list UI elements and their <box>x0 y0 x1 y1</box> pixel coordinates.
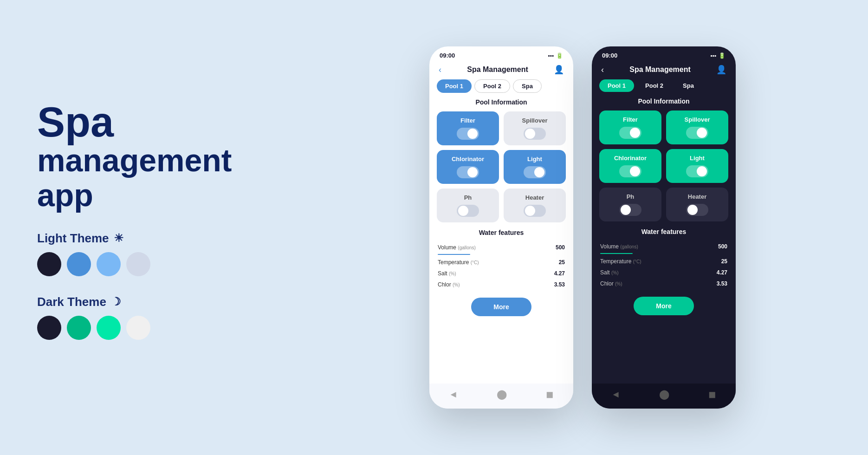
toggle-knob-heater-light <box>525 206 535 216</box>
sun-icon: ☀ <box>114 232 124 245</box>
moon-icon: ☽ <box>111 295 121 308</box>
toggle-knob-filter-light <box>467 129 478 139</box>
signal-icon-dark: ▪▪▪ <box>710 52 716 59</box>
phone-light-content: 09:00 ▪▪▪ 🔋 ‹ Spa Management 👤 Pool 1 Po… <box>429 46 573 384</box>
card-spillover-label-light: Spillover <box>522 117 548 124</box>
toggle-knob-filter-dark <box>630 128 640 138</box>
water-row-temp-dark: Temperature (°C) 25 <box>600 256 727 267</box>
water-label-volume-light: Volume (gallons) <box>438 244 476 251</box>
card-chlorinator-light[interactable]: Chlorinator <box>437 150 499 184</box>
pool-info-title-dark: Pool Information <box>592 98 736 105</box>
light-theme-section: Light Theme ☀ <box>37 231 260 276</box>
header-title-dark: Spa Management <box>604 65 716 74</box>
card-spillover-dark[interactable]: Spillover <box>666 110 728 144</box>
nav-recent-dark[interactable]: ◼ <box>708 389 716 400</box>
water-row-volume-light: Volume (gallons) 500 <box>438 242 565 253</box>
card-ph-light[interactable]: Ph <box>437 188 499 222</box>
card-spillover-light[interactable]: Spillover <box>504 111 566 145</box>
control-grid-light: Filter Spillover Chlorinator <box>429 111 573 222</box>
tab-pool2-dark[interactable]: Pool 2 <box>637 79 672 92</box>
toggle-chlorinator-dark[interactable] <box>619 165 641 177</box>
nav-home-light[interactable]: ⬤ <box>497 389 507 400</box>
status-bar-dark: 09:00 ▪▪▪ 🔋 <box>592 46 736 62</box>
toggle-heater-light[interactable] <box>524 205 546 217</box>
water-row-temp-light: Temperature (°C) 25 <box>438 257 565 268</box>
nav-back-light[interactable]: ◄ <box>449 389 458 400</box>
tabs-light: Pool 1 Pool 2 Spa <box>429 79 573 98</box>
water-row-salt-dark: Salt (%) 4.27 <box>600 267 727 278</box>
phone-dark-content: 09:00 ▪▪▪ 🔋 ‹ Spa Management 👤 Pool 1 Po… <box>592 46 736 384</box>
toggle-filter-dark[interactable] <box>619 127 641 139</box>
water-features-dark: Volume (gallons) 500 Temperature (°C) 25… <box>592 241 736 289</box>
water-row-volume-dark: Volume (gallons) 500 <box>600 241 727 252</box>
toggle-knob-heater-dark <box>687 205 698 215</box>
control-grid-dark: Filter Spillover Chlorinator <box>592 110 736 221</box>
tab-pool1-dark[interactable]: Pool 1 <box>599 79 634 92</box>
toggle-ph-light[interactable] <box>457 205 479 217</box>
toggle-light-dark[interactable] <box>686 165 708 177</box>
title-line2: management app <box>37 143 260 213</box>
toggle-heater-dark[interactable] <box>686 204 708 216</box>
signal-icon: ▪▪▪ <box>548 52 554 59</box>
toggle-chlorinator-light[interactable] <box>457 166 479 178</box>
card-heater-label-dark: Heater <box>688 193 706 200</box>
water-features-light: Volume (gallons) 500 Temperature (°C) 25… <box>429 242 573 290</box>
water-title-light: Water features <box>429 229 573 236</box>
time-light: 09:00 <box>440 52 455 59</box>
dark-theme-section: Dark Theme ☽ <box>37 295 260 340</box>
swatch-teal <box>67 316 91 340</box>
bottom-nav-dark: ◄ ⬤ ◼ <box>592 384 736 409</box>
user-icon-dark: 👤 <box>716 65 726 75</box>
dark-theme-label: Dark Theme ☽ <box>37 295 260 309</box>
toggle-knob-ph-light <box>458 206 468 216</box>
water-label-chlor-light: Chlor (%) <box>438 281 460 288</box>
water-value-chlor-light: 3.53 <box>554 281 565 288</box>
card-chlorinator-label-light: Chlorinator <box>452 156 484 162</box>
water-value-salt-light: 4.27 <box>554 270 565 277</box>
status-icons-light: ▪▪▪ 🔋 <box>548 52 563 59</box>
water-row-salt-light: Salt (%) 4.27 <box>438 268 565 279</box>
water-row-chlor-light: Chlor (%) 3.53 <box>438 279 565 290</box>
card-ph-dark[interactable]: Ph <box>599 188 661 221</box>
card-light-light[interactable]: Light <box>504 150 566 184</box>
battery-icon: 🔋 <box>556 52 563 59</box>
left-panel: Spa management app Light Theme ☀ Dark Th… <box>0 73 297 382</box>
card-filter-light[interactable]: Filter <box>437 111 499 145</box>
card-chlorinator-dark[interactable]: Chlorinator <box>599 149 661 183</box>
nav-back-dark[interactable]: ◄ <box>611 389 621 400</box>
water-value-salt-dark: 4.27 <box>717 269 727 276</box>
swatch-blue <box>67 252 91 276</box>
toggle-knob-spillover-light <box>525 129 535 139</box>
nav-home-dark[interactable]: ⬤ <box>659 389 669 400</box>
swatch-mint <box>97 316 121 340</box>
toggle-light-light[interactable] <box>524 166 546 178</box>
tab-spa-dark[interactable]: Spa <box>674 79 702 92</box>
toggle-knob-light-dark <box>697 166 707 176</box>
status-icons-dark: ▪▪▪ 🔋 <box>710 52 725 59</box>
more-button-light[interactable]: More <box>471 298 531 316</box>
nav-recent-light[interactable]: ◼ <box>546 389 554 400</box>
tab-spa-light[interactable]: Spa <box>513 79 542 93</box>
toggle-knob-ph-dark <box>621 205 631 215</box>
card-heater-light[interactable]: Heater <box>504 188 566 222</box>
toggle-filter-light[interactable] <box>457 128 479 140</box>
water-title-dark: Water features <box>592 228 736 235</box>
tab-pool2-light[interactable]: Pool 2 <box>474 79 510 93</box>
card-filter-dark[interactable]: Filter <box>599 110 661 144</box>
toggle-knob-light-light <box>534 167 544 177</box>
card-light-label-light: Light <box>527 156 542 162</box>
tab-pool1-light[interactable]: Pool 1 <box>437 79 472 93</box>
water-value-temp-light: 25 <box>559 259 565 266</box>
toggle-ph-dark[interactable] <box>619 204 641 216</box>
card-filter-label-light: Filter <box>460 117 475 124</box>
app-title: Spa management app <box>37 101 260 213</box>
dark-swatches <box>37 316 260 340</box>
status-bar-light: 09:00 ▪▪▪ 🔋 <box>429 46 573 62</box>
toggle-spillover-light[interactable] <box>524 128 546 140</box>
card-heater-dark[interactable]: Heater <box>666 188 728 221</box>
more-button-dark[interactable]: More <box>634 297 693 315</box>
card-light-dark[interactable]: Light <box>666 149 728 183</box>
water-value-volume-dark: 500 <box>718 243 727 250</box>
toggle-spillover-dark[interactable] <box>686 127 708 139</box>
swatch-white <box>126 316 150 340</box>
